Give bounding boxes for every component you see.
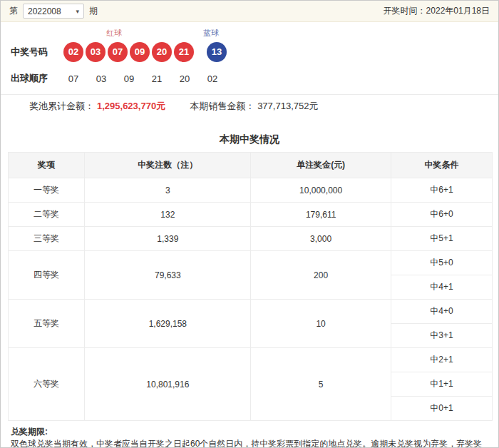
- prize-name-cell: 一等奖: [9, 178, 85, 203]
- draw-time: 开奖时间：2022年01月18日: [384, 5, 490, 17]
- winning-count-cell: 3: [85, 178, 251, 203]
- red-balls-group: 02 03 07 09 20 21: [63, 42, 194, 62]
- period-selector-group: 第 2022008 ▾ 期: [9, 4, 98, 19]
- redemption-notice-text: 双色球兑奖当期有效，中奖者应当自开奖之日起60个自然日内，持中奖彩票到指定的地点…: [11, 438, 488, 448]
- order-number: 02: [202, 73, 222, 84]
- table-row: 五等奖 1,629,158 10 中4+0: [9, 300, 493, 324]
- prize-table-header-row: 奖项 中奖注数（注） 单注奖金(元) 中奖条件: [9, 153, 493, 178]
- header-count: 中奖注数（注）: [85, 153, 251, 178]
- red-ball: 07: [108, 42, 128, 62]
- ball-order-row: 出球顺序 07 03 09 21 20 02: [1, 70, 498, 87]
- table-row: 三等奖 1,339 3,000 中5+1: [9, 227, 493, 251]
- blue-ball: 13: [207, 42, 227, 62]
- period-suffix-label: 期: [89, 5, 98, 17]
- period-select-value: 2022008: [28, 6, 61, 16]
- condition-cell: 中5+0: [391, 251, 492, 275]
- winning-count-cell: 79,633: [85, 251, 251, 300]
- ball-order-values: 07 03 09 21 20 02: [63, 73, 222, 84]
- order-number: 21: [147, 73, 167, 84]
- sales-amount-label: 本期销售金额：: [190, 100, 254, 113]
- red-ball: 20: [152, 42, 172, 62]
- prize-amount-cell: 179,611: [251, 203, 391, 227]
- winning-count-cell: 1,339: [85, 227, 251, 251]
- order-number: 09: [119, 73, 139, 84]
- condition-cell: 中0+1: [391, 397, 492, 421]
- order-number: 20: [175, 73, 195, 84]
- prize-amount-cell: 200: [251, 251, 391, 300]
- blue-ball-type-label: 蓝球: [203, 28, 219, 39]
- header-amount: 单注奖金(元): [251, 153, 391, 178]
- table-row: 六等奖 10,801,916 5 中2+1: [9, 348, 493, 372]
- condition-cell: 中4+1: [391, 275, 492, 300]
- period-select[interactable]: 2022008 ▾: [23, 4, 84, 19]
- table-row: 二等奖 132 179,611 中6+0: [9, 203, 493, 227]
- prize-amount-cell: 10,000,000: [251, 178, 391, 203]
- prize-table-title: 本期中奖情况: [1, 133, 498, 146]
- prize-name-cell: 二等奖: [9, 203, 85, 227]
- condition-cell: 中4+0: [391, 300, 492, 324]
- chevron-down-icon: ▾: [76, 8, 79, 15]
- table-row: 一等奖 3 10,000,000 中6+1: [9, 178, 493, 203]
- sales-amount-value: 377,713,752元: [257, 100, 318, 113]
- prize-name-cell: 四等奖: [9, 251, 85, 300]
- condition-cell: 中6+0: [391, 203, 492, 227]
- draw-time-value: 2022年01月18日: [426, 6, 490, 16]
- pool-amount-label: 奖池累计金额：: [29, 100, 94, 113]
- redemption-notice: 兑奖期限: 双色球兑奖当期有效，中奖者应当自开奖之日起60个自然日内，持中奖彩票…: [11, 426, 488, 448]
- prize-table: 奖项 中奖注数（注） 单注奖金(元) 中奖条件 一等奖 3 10,000,000…: [8, 152, 493, 421]
- red-ball: 09: [130, 42, 150, 62]
- prize-name-cell: 五等奖: [9, 300, 85, 348]
- red-ball: 03: [86, 42, 106, 62]
- header-condition: 中奖条件: [391, 153, 492, 178]
- red-ball-type-label: 红球: [106, 28, 122, 39]
- condition-cell: 中1+1: [391, 372, 492, 397]
- table-row: 四等奖 79,633 200 中5+0: [9, 251, 493, 275]
- draw-time-label: 开奖时间：: [384, 6, 426, 16]
- prize-name-cell: 六等奖: [9, 348, 85, 421]
- winning-count-cell: 10,801,916: [85, 348, 251, 421]
- order-number: 03: [91, 73, 111, 84]
- winning-numbers-section: 红球 蓝球 中奖号码 02 03 07 09 20 21 13 出球顺序 07 …: [1, 22, 498, 87]
- red-ball: 02: [63, 42, 83, 62]
- prize-amount-cell: 10: [251, 300, 391, 348]
- redemption-notice-title: 兑奖期限:: [11, 426, 488, 437]
- order-number: 07: [63, 73, 83, 84]
- winning-numbers-label: 中奖号码: [11, 46, 63, 58]
- ball-order-label: 出球顺序: [11, 72, 63, 85]
- condition-cell: 中5+1: [391, 227, 492, 251]
- topbar: 第 2022008 ▾ 期 开奖时间：2022年01月18日: [1, 1, 498, 22]
- prize-amount-cell: 5: [251, 348, 391, 421]
- condition-cell: 中3+1: [391, 324, 492, 348]
- period-prefix-label: 第: [9, 5, 18, 17]
- amounts-row: 奖池累计金额： 1,295,623,770元 本期销售金额： 377,713,7…: [1, 94, 498, 118]
- lottery-results-page: 第 2022008 ▾ 期 开奖时间：2022年01月18日 红球 蓝球 中奖号…: [0, 0, 499, 448]
- pool-amount-value: 1,295,623,770元: [97, 100, 165, 113]
- prize-amount-cell: 3,000: [251, 227, 391, 251]
- winning-count-cell: 1,629,158: [85, 300, 251, 348]
- header-prize: 奖项: [9, 153, 85, 178]
- winning-balls-row: 中奖号码 02 03 07 09 20 21 13: [1, 41, 498, 63]
- condition-cell: 中6+1: [391, 178, 492, 203]
- winning-count-cell: 132: [85, 203, 251, 227]
- prize-name-cell: 三等奖: [9, 227, 85, 251]
- red-ball: 21: [174, 42, 194, 62]
- ball-type-labels: 红球 蓝球: [1, 28, 498, 39]
- condition-cell: 中2+1: [391, 348, 492, 372]
